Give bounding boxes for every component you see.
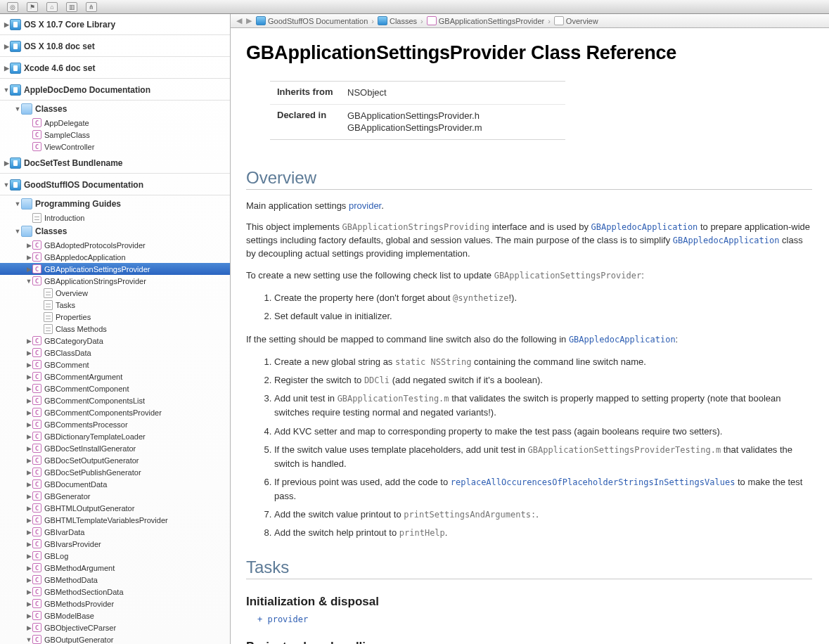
nav-row[interactable]: AppleDocDemo Documentation [0,79,230,101]
nav-row[interactable]: CViewController [0,141,230,153]
nav-row[interactable]: CGBCommentComponentsList [0,394,230,406]
link[interactable]: replaceAllOccurencesOfPlaceholderStrings… [451,477,735,487]
nav-row[interactable]: CGBCategoryData [0,335,230,347]
nav-row[interactable]: Introduction [0,212,230,224]
navigator-sidebar[interactable]: OS X 10.7 Core LibraryOS X 10.8 doc setX… [0,14,231,644]
nav-row[interactable]: CGBCommentComponentsProvider [0,406,230,418]
breadcrumb-segment[interactable]: GBApplicationSettingsProvider [425,16,546,25]
disclosure-triangle-icon[interactable] [25,636,32,643]
disclosure-triangle-icon[interactable] [25,612,32,619]
tool-icon[interactable]: ⋔ [86,2,97,12]
disclosure-triangle-icon[interactable] [25,397,32,404]
nav-row[interactable]: CGBIvarData [0,526,230,538]
disclosure-triangle-icon[interactable] [3,21,10,28]
link[interactable]: GBAppledocApplication [569,335,676,344]
nav-row[interactable]: Programming Guides [0,196,230,212]
disclosure-triangle-icon[interactable] [25,337,32,344]
nav-row[interactable]: CGBComment [0,359,230,371]
disclosure-triangle-icon[interactable] [14,228,21,235]
disclosure-triangle-icon[interactable] [25,493,32,500]
nav-row[interactable]: Tasks [0,299,230,311]
disclosure-triangle-icon[interactable] [25,577,32,584]
nav-row[interactable]: Xcode 4.6 doc set [0,58,230,79]
tool-icon[interactable]: ◎ [7,2,18,12]
nav-row[interactable]: Class Methods [0,323,230,335]
nav-row[interactable]: CGBApplicationSettingsProvider [0,263,230,275]
disclosure-triangle-icon[interactable] [25,553,32,560]
disclosure-triangle-icon[interactable] [3,43,10,50]
jump-bar[interactable]: ◀ ▶ GoodStuffOS Documentation›Classes›GB… [231,14,829,28]
disclosure-triangle-icon[interactable] [25,469,32,476]
nav-row[interactable]: CAppDelegate [0,117,230,129]
disclosure-triangle-icon[interactable] [25,505,32,512]
disclosure-triangle-icon[interactable] [3,65,10,72]
nav-row[interactable]: CGBApplicationStringsProvider [0,275,230,287]
nav-row[interactable]: CGBObjectiveCParser [0,622,230,633]
disclosure-triangle-icon[interactable] [25,385,32,392]
nav-row[interactable]: CGBDocumentData [0,478,230,490]
disclosure-triangle-icon[interactable] [3,86,10,94]
disclosure-triangle-icon[interactable] [25,445,32,452]
nav-row[interactable]: CGBMethodsProvider [0,598,230,610]
breadcrumb-segment[interactable]: Classes [376,16,418,25]
nav-row[interactable]: CGBCommentComponent [0,382,230,394]
disclosure-triangle-icon[interactable] [25,254,32,261]
disclosure-triangle-icon[interactable] [14,105,21,112]
nav-row[interactable]: CGBAppledocApplication [0,251,230,263]
disclosure-triangle-icon[interactable] [25,278,32,285]
nav-row[interactable]: CGBModelBase [0,610,230,622]
nav-row[interactable]: CGBDictionaryTemplateLoader [0,430,230,442]
nav-row[interactable]: CGBClassData [0,347,230,359]
disclosure-triangle-icon[interactable] [25,421,32,428]
nav-row[interactable]: CSampleClass [0,129,230,141]
nav-back-icon[interactable]: ◀ [235,16,243,25]
nav-row[interactable]: CGBLog [0,550,230,562]
nav-row[interactable]: CGBIvarsProvider [0,538,230,550]
disclosure-triangle-icon[interactable] [25,588,32,595]
nav-row[interactable]: OS X 10.8 doc set [0,36,230,58]
task-link[interactable]: + provider [257,614,308,624]
disclosure-triangle-icon[interactable] [25,517,32,524]
tool-icon[interactable]: ⚑ [27,2,38,12]
disclosure-triangle-icon[interactable] [25,361,32,368]
nav-row[interactable]: CGBMethodData [0,574,230,586]
nav-row[interactable]: GoodStuffIOS Documentation [0,174,230,196]
nav-row[interactable]: Classes [0,101,230,117]
disclosure-triangle-icon[interactable] [25,529,32,536]
nav-row[interactable]: CGBCommentArgument [0,371,230,382]
nav-row[interactable]: OS X 10.7 Core Library [0,14,230,36]
link[interactable]: GBAppledocApplication [591,222,698,232]
tool-icon[interactable]: ▥ [66,2,77,12]
nav-row[interactable]: CGBDocSetInstallGenerator [0,442,230,454]
disclosure-triangle-icon[interactable] [25,481,32,488]
disclosure-triangle-icon[interactable] [25,624,32,631]
disclosure-triangle-icon[interactable] [25,457,32,464]
documentation-content[interactable]: GBApplicationSettingsProvider Class Refe… [231,28,829,644]
disclosure-triangle-icon[interactable] [3,160,10,167]
disclosure-triangle-icon[interactable] [25,433,32,440]
breadcrumb-segment[interactable]: GoodStuffOS Documentation [255,16,369,25]
nav-row[interactable]: CGBGenerator [0,490,230,502]
nav-row[interactable]: CGBCommentsProcessor [0,418,230,430]
disclosure-triangle-icon[interactable] [25,266,32,273]
nav-row[interactable]: Overview [0,287,230,299]
disclosure-triangle-icon[interactable] [25,541,32,548]
nav-row[interactable]: DocSetTest Bundlename [0,153,230,174]
disclosure-triangle-icon[interactable] [25,600,32,607]
nav-row[interactable]: CGBDocSetPublishGenerator [0,466,230,478]
nav-row[interactable]: CGBAdoptedProtocolsProvider [0,239,230,251]
link-provider[interactable]: provider [349,200,381,211]
nav-row[interactable]: CGBDocSetOutputGenerator [0,454,230,466]
disclosure-triangle-icon[interactable] [3,181,10,188]
link[interactable]: GBAppledocApplication [673,236,780,245]
nav-row[interactable]: CGBHTMLOutputGenerator [0,502,230,514]
breadcrumb-segment[interactable]: Overview [553,16,600,25]
nav-row[interactable]: CGBHTMLTemplateVariablesProvider [0,514,230,526]
disclosure-triangle-icon[interactable] [14,200,21,207]
nav-row[interactable]: CGBMethodArgument [0,562,230,574]
disclosure-triangle-icon[interactable] [25,373,32,380]
disclosure-triangle-icon[interactable] [25,349,32,356]
disclosure-triangle-icon[interactable] [25,242,32,249]
disclosure-triangle-icon[interactable] [25,565,32,572]
disclosure-triangle-icon[interactable] [25,409,32,416]
